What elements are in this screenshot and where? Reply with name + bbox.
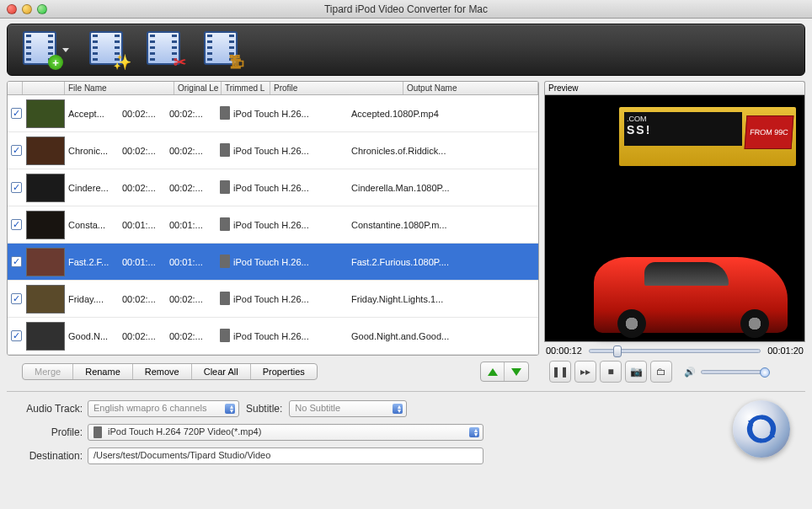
device-icon	[93, 426, 102, 438]
crop-button[interactable]: 🗜	[204, 31, 241, 68]
remove-button[interactable]: Remove	[133, 364, 192, 379]
row-thumbnail	[26, 211, 65, 239]
main-toolbar: + ✨ ✂ 🗜	[7, 24, 805, 76]
row-trimmed-length: 00:02:...	[166, 181, 215, 195]
preview-ad-text: FROM 99C	[745, 115, 794, 149]
snapshot-folder-button[interactable]: 🗀	[650, 361, 672, 383]
row-original-length: 00:02:...	[119, 107, 166, 121]
device-icon	[220, 217, 230, 231]
merge-button[interactable]: Merge	[23, 364, 73, 379]
col-original-length[interactable]: Original Le	[174, 82, 222, 94]
subtitle-label: Subtitle:	[246, 403, 282, 415]
volume-icon: 🔊	[684, 367, 696, 378]
row-original-length: 00:02:...	[119, 330, 166, 343]
convert-button[interactable]	[733, 400, 790, 458]
row-output-name: Constantine.1080P.m...	[348, 218, 538, 232]
table-row[interactable]: ✓Fast.2.F...00:01:...00:01:...iPod Touch…	[8, 244, 538, 281]
device-icon	[220, 180, 230, 194]
preview-seek-slider[interactable]	[589, 349, 761, 353]
device-icon	[220, 292, 230, 305]
device-icon	[220, 106, 230, 120]
file-list-panel: File Name Original Le Trimmed L Profile …	[7, 81, 539, 356]
move-up-button[interactable]	[481, 362, 505, 381]
row-profile: iPod Touch H.26...	[230, 107, 348, 121]
row-checkbox[interactable]: ✓	[11, 182, 22, 193]
trim-button[interactable]: ✂	[147, 31, 184, 68]
file-list-body[interactable]: ✓Accept...00:02:...00:02:...iPod Touch H…	[8, 95, 538, 355]
move-down-button[interactable]	[505, 362, 528, 381]
convert-icon	[745, 412, 778, 446]
row-checkbox[interactable]: ✓	[11, 330, 22, 341]
row-original-length: 00:01:...	[119, 218, 166, 232]
row-filename: Fast.2.F...	[65, 255, 119, 269]
properties-button[interactable]: Properties	[251, 364, 317, 379]
pause-button[interactable]: ❚❚	[549, 361, 571, 383]
col-profile[interactable]: Profile	[270, 82, 403, 94]
row-checkbox[interactable]: ✓	[11, 219, 22, 230]
snapshot-button[interactable]: 📷	[625, 361, 647, 383]
table-row[interactable]: ✓Friday....00:02:...00:02:...iPod Touch …	[8, 281, 538, 318]
add-file-dropdown-icon[interactable]	[62, 48, 69, 52]
col-output-name[interactable]: Output Name	[403, 82, 538, 94]
row-profile: iPod Touch H.26...	[230, 255, 348, 269]
row-checkbox[interactable]: ✓	[11, 108, 22, 119]
col-trimmed-length[interactable]: Trimmed L	[222, 82, 270, 94]
clear-all-button[interactable]: Clear All	[192, 364, 251, 379]
row-filename: Consta...	[65, 218, 119, 232]
row-thumbnail	[26, 137, 65, 165]
profile-select[interactable]: iPod Touch H.264 720P Video(*.mp4)▴▾	[88, 424, 483, 441]
row-thumbnail	[26, 99, 65, 128]
volume-slider[interactable]	[701, 370, 768, 374]
row-profile: iPod Touch H.26...	[230, 330, 348, 343]
table-row[interactable]: ✓Consta...00:01:...00:01:...iPod Touch H…	[8, 206, 538, 244]
stop-button[interactable]: ■	[600, 361, 622, 383]
row-filename: Chronic...	[65, 144, 119, 158]
device-icon	[220, 329, 230, 342]
rename-button[interactable]: Rename	[73, 364, 133, 379]
row-filename: Cindere...	[65, 181, 119, 195]
row-checkbox[interactable]: ✓	[11, 145, 22, 156]
row-output-name: Cinderella.Man.1080P...	[348, 181, 538, 195]
audio-track-select[interactable]: English wmapro 6 channels▴▾	[88, 400, 239, 417]
row-checkbox[interactable]: ✓	[11, 256, 22, 267]
preview-time-current: 00:00:12	[546, 346, 582, 356]
row-filename: Good.N...	[65, 330, 119, 343]
row-original-length: 00:02:...	[119, 144, 166, 158]
profile-label: Profile:	[7, 426, 83, 438]
table-row[interactable]: ✓Cindere...00:02:...00:02:...iPod Touch …	[8, 169, 538, 206]
row-trimmed-length: 00:02:...	[166, 144, 215, 158]
row-trimmed-length: 00:01:...	[166, 218, 215, 232]
preview-video[interactable]: .COMSS! FROM 99C	[544, 94, 805, 342]
table-row[interactable]: ✓Good.N...00:02:...00:02:...iPod Touch H…	[8, 318, 538, 355]
row-thumbnail	[26, 322, 65, 351]
row-checkbox[interactable]: ✓	[11, 293, 22, 304]
row-output-name: Fast.2.Furious.1080P....	[348, 255, 538, 269]
row-trimmed-length: 00:01:...	[166, 255, 215, 269]
row-original-length: 00:01:...	[119, 255, 166, 269]
device-icon	[220, 254, 230, 268]
row-trimmed-length: 00:02:...	[166, 330, 215, 343]
row-output-name: Accepted.1080P.mp4	[348, 107, 538, 121]
add-file-button[interactable]: +	[23, 31, 60, 68]
row-output-name: Chronicles.of.Riddick...	[348, 144, 538, 158]
row-trimmed-length: 00:02:...	[166, 107, 215, 121]
row-output-name: Friday.Night.Lights.1...	[348, 292, 538, 306]
titlebar: Tipard iPod Video Converter for Mac	[0, 0, 812, 19]
destination-label: Destination:	[7, 450, 83, 462]
col-filename[interactable]: File Name	[65, 82, 174, 94]
table-row[interactable]: ✓Chronic...00:02:...00:02:...iPod Touch …	[8, 132, 538, 169]
preview-time-total: 00:01:20	[767, 346, 804, 356]
step-forward-button[interactable]: ▸▸	[574, 361, 596, 383]
camera-icon: 📷	[630, 366, 643, 378]
file-list-header: File Name Original Le Trimmed L Profile …	[8, 82, 538, 95]
table-row[interactable]: ✓Accept...00:02:...00:02:...iPod Touch H…	[8, 95, 538, 132]
row-profile: iPod Touch H.26...	[230, 181, 348, 195]
destination-input[interactable]: /Users/test/Documents/Tipard Studio/Vide…	[88, 447, 483, 464]
folder-icon: 🗀	[656, 366, 666, 378]
row-original-length: 00:02:...	[119, 292, 166, 306]
row-profile: iPod Touch H.26...	[230, 144, 348, 158]
row-original-length: 00:02:...	[119, 181, 166, 195]
row-thumbnail	[26, 174, 65, 202]
subtitle-select[interactable]: No Subtitle▴▾	[289, 400, 407, 417]
effect-button[interactable]: ✨	[89, 31, 126, 68]
